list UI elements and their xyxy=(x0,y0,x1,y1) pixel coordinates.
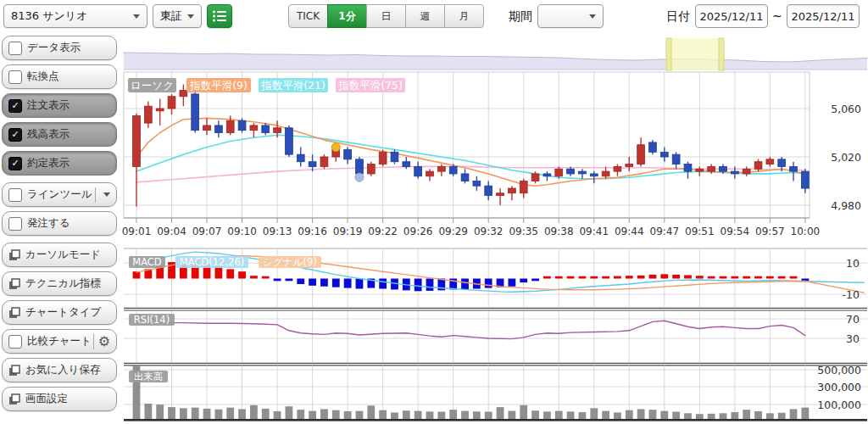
svg-text:09:26: 09:26 xyxy=(403,226,433,237)
svg-text:5,020: 5,020 xyxy=(831,151,861,164)
svg-text:30: 30 xyxy=(846,332,860,345)
macd-pane: 10-10MACDMACD(12,26)シグナル(9) xyxy=(124,248,867,310)
rsi-pane: 7030RSI(14) xyxy=(124,311,867,365)
svg-text:70: 70 xyxy=(846,313,860,326)
volume-pane: 500,000300,000100,000出来高 xyxy=(124,364,867,421)
svg-text:MACD(12,26): MACD(12,26) xyxy=(180,256,244,268)
svg-text:出来高: 出来高 xyxy=(134,371,164,382)
svg-text:-10: -10 xyxy=(843,288,860,301)
svg-text:09:51: 09:51 xyxy=(685,226,715,237)
svg-text:100,000: 100,000 xyxy=(817,399,861,411)
svg-text:09:29: 09:29 xyxy=(438,226,468,237)
svg-text:MACD: MACD xyxy=(132,256,162,268)
svg-text:09:16: 09:16 xyxy=(298,226,327,237)
price-axis: 5,0605,0204,980 xyxy=(831,103,861,212)
svg-text:09:01: 09:01 xyxy=(122,226,152,237)
svg-text:09:10: 09:10 xyxy=(227,226,257,237)
svg-text:5,060: 5,060 xyxy=(831,103,861,115)
navigator-strip[interactable] xyxy=(124,38,867,70)
svg-text:500,000: 500,000 xyxy=(817,364,861,377)
svg-text:09:54: 09:54 xyxy=(721,226,750,237)
svg-text:10:00: 10:00 xyxy=(791,226,821,237)
svg-text:09:32: 09:32 xyxy=(474,226,504,237)
navigator-handle-right[interactable] xyxy=(719,38,724,70)
svg-text:09:38: 09:38 xyxy=(544,226,574,237)
candlestick-series xyxy=(133,85,810,207)
svg-text:09:04: 09:04 xyxy=(157,226,186,237)
svg-text:ローソク: ローソク xyxy=(131,79,174,92)
main-legend: ローソク指数平滑(9)指数平滑(21)指数平滑(75) xyxy=(128,78,405,92)
execution-marker-2 xyxy=(355,173,364,181)
svg-text:09:41: 09:41 xyxy=(579,226,609,237)
svg-text:4,980: 4,980 xyxy=(831,199,861,212)
chart-canvas[interactable]: 5,0605,0204,980ローソク指数平滑(9)指数平滑(21)指数平滑(7… xyxy=(0,0,868,424)
svg-text:指数平滑(75): 指数平滑(75) xyxy=(337,79,403,92)
svg-text:09:44: 09:44 xyxy=(615,226,644,237)
execution-marker-1 xyxy=(331,143,340,152)
svg-text:09:19: 09:19 xyxy=(333,226,363,237)
navigator-handle-left[interactable] xyxy=(666,38,671,70)
svg-text:09:07: 09:07 xyxy=(192,226,222,237)
main-price-pane xyxy=(124,72,810,218)
svg-text:09:35: 09:35 xyxy=(509,226,538,237)
svg-text:09:57: 09:57 xyxy=(755,226,785,237)
svg-text:RSI(14): RSI(14) xyxy=(134,314,170,326)
svg-text:09:47: 09:47 xyxy=(650,226,680,237)
svg-text:指数平滑(21): 指数平滑(21) xyxy=(260,79,326,92)
trading-chart-app: 8136 サンリオ 東証 TICK1分日週月 期間 日付 ~ データ表示転換点✓… xyxy=(0,0,868,424)
svg-text:10: 10 xyxy=(846,257,860,270)
time-axis: 09:0109:0409:0709:1009:1309:1609:1909:22… xyxy=(122,218,820,237)
svg-text:シグナル(9): シグナル(9) xyxy=(263,256,316,268)
svg-text:300,000: 300,000 xyxy=(817,381,861,393)
svg-text:09:13: 09:13 xyxy=(263,226,292,237)
navigator-selection[interactable] xyxy=(666,38,724,70)
svg-text:09:22: 09:22 xyxy=(368,226,398,237)
svg-text:指数平滑(9): 指数平滑(9) xyxy=(189,79,248,92)
